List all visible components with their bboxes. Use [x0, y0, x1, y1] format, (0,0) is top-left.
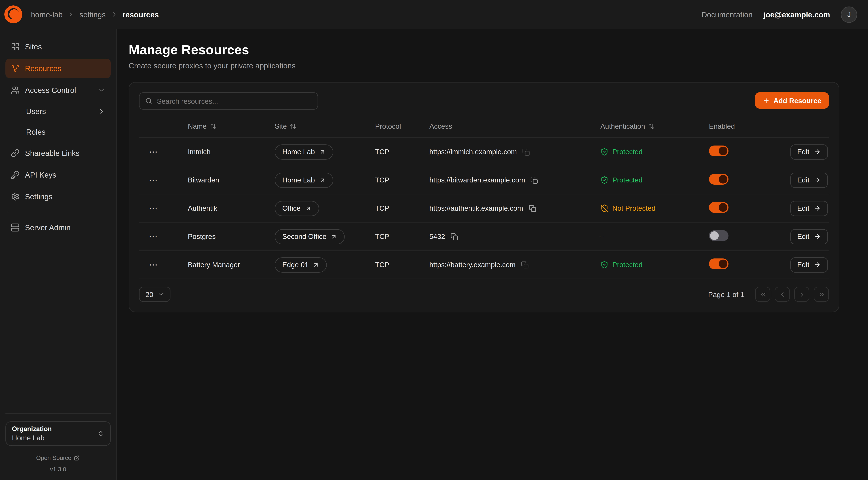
search-icon [145, 97, 153, 105]
sidebar-item-label: Shareable Links [25, 149, 80, 157]
organization-label: Organization [12, 425, 93, 433]
table-toolbar: Add Resource [139, 92, 829, 110]
header-protocol-label: Protocol [375, 122, 401, 130]
prev-page-button[interactable] [775, 287, 790, 302]
breadcrumb-settings[interactable]: settings [80, 10, 106, 19]
chevron-down-icon [98, 86, 105, 94]
sidebar: Sites Resources Access Control Users Rol… [0, 29, 117, 480]
sidebar-item-api-keys[interactable]: API Keys [5, 165, 111, 185]
organization-value: Home Lab [12, 434, 93, 442]
copy-icon [530, 176, 538, 184]
enabled-toggle[interactable] [709, 259, 728, 269]
sidebar-item-label: Access Control [25, 86, 76, 94]
sort-icon [290, 123, 297, 129]
table-row: ⋯ Immich Home Lab TCP https://immich.exa… [139, 138, 829, 166]
pangolin-logo[interactable] [4, 5, 22, 23]
site-link[interactable]: Home Lab [275, 144, 333, 159]
protocol: TCP [375, 148, 429, 156]
header-authentication-sort[interactable]: Authentication [600, 122, 709, 130]
add-resource-button[interactable]: Add Resource [755, 92, 829, 109]
user-email[interactable]: joe@example.com [764, 10, 830, 19]
site-link[interactable]: Office [275, 201, 319, 216]
enabled-toggle[interactable] [709, 146, 728, 156]
arrow-right-icon [814, 233, 821, 240]
documentation-link[interactable]: Documentation [702, 10, 753, 19]
organization-text: Organization Home Lab [12, 425, 93, 442]
organization-selector[interactable]: Organization Home Lab [5, 421, 111, 446]
copy-button[interactable] [530, 176, 538, 184]
copy-button[interactable] [529, 205, 536, 212]
row-menu-button[interactable]: ⋯ [149, 232, 158, 241]
site-link[interactable]: Edge 01 [275, 257, 327, 272]
copy-icon [521, 261, 529, 269]
header-access-label: Access [429, 122, 452, 130]
sidebar-item-server-admin[interactable]: Server Admin [5, 218, 111, 237]
shield-check-icon [600, 176, 609, 184]
edit-button[interactable]: Edit [790, 257, 828, 272]
copy-button[interactable] [521, 261, 529, 269]
chevrons-up-down-icon [97, 430, 104, 437]
header-protocol: Protocol [375, 122, 429, 130]
site-link[interactable]: Home Lab [275, 173, 333, 188]
sidebar-item-label: Server Admin [25, 223, 70, 232]
header-name-sort[interactable]: Name [188, 122, 275, 130]
copy-icon [529, 205, 536, 212]
site-link[interactable]: Second Office [275, 229, 345, 244]
topbar: home-lab settings resources Documentatio… [0, 0, 868, 29]
protocol: TCP [375, 176, 429, 184]
avatar[interactable]: J [841, 6, 857, 23]
pagination-controls: Page 1 of 1 [708, 287, 829, 302]
sidebar-item-users[interactable]: Users [5, 102, 111, 121]
resources-card: Add Resource Name Site Protocol [129, 82, 839, 312]
open-source-link[interactable]: Open Source [5, 454, 111, 461]
enabled-toggle[interactable] [709, 202, 728, 213]
last-page-button[interactable] [814, 287, 829, 302]
sidebar-item-label: Roles [26, 128, 45, 136]
page-subtitle: Create secure proxies to your private ap… [129, 61, 839, 70]
sidebar-item-label: Resources [25, 64, 61, 73]
breadcrumb-org[interactable]: home-lab [31, 10, 63, 19]
enabled-toggle[interactable] [709, 174, 728, 185]
table-header: Name Site Protocol Access Authenticati [139, 115, 829, 138]
first-page-button[interactable] [755, 287, 770, 302]
shield-check-icon [600, 261, 609, 269]
breadcrumb: home-lab settings resources [31, 10, 159, 19]
auth-status-label: Protected [612, 176, 643, 184]
search-input[interactable] [157, 97, 312, 105]
auth-status: Protected [600, 148, 709, 156]
next-page-button[interactable] [794, 287, 809, 302]
edit-button[interactable]: Edit [790, 201, 828, 216]
sidebar-nav: Sites Resources Access Control Users Rol… [5, 37, 111, 239]
site-link-label: Second Office [282, 232, 327, 241]
enabled-toggle[interactable] [709, 230, 728, 241]
chevrons-right-icon [818, 291, 825, 298]
header-site-label: Site [275, 122, 287, 130]
header-site-sort[interactable]: Site [275, 122, 375, 130]
row-menu-button[interactable]: ⋯ [149, 261, 158, 269]
key-icon [11, 171, 20, 179]
auth-status-label: - [600, 232, 603, 241]
sidebar-item-shareable-links[interactable]: Shareable Links [5, 143, 111, 163]
resources-icon [11, 64, 20, 73]
chevron-down-icon [158, 291, 164, 298]
arrow-right-icon [814, 148, 821, 155]
auth-status: - [600, 232, 709, 241]
chevron-left-icon [779, 291, 786, 298]
sidebar-item-label: API Keys [25, 171, 56, 179]
shield-off-icon [600, 204, 609, 212]
edit-button[interactable]: Edit [790, 229, 828, 244]
edit-button[interactable]: Edit [790, 173, 828, 188]
sidebar-item-access-control[interactable]: Access Control [5, 80, 111, 100]
sidebar-item-resources[interactable]: Resources [5, 59, 111, 78]
page-size-select[interactable]: 20 [139, 287, 170, 302]
row-menu-button[interactable]: ⋯ [149, 148, 158, 156]
copy-button[interactable] [451, 233, 458, 240]
row-menu-button[interactable]: ⋯ [149, 176, 158, 184]
row-menu-button[interactable]: ⋯ [149, 204, 158, 213]
sidebar-item-sites[interactable]: Sites [5, 37, 111, 57]
sidebar-item-roles[interactable]: Roles [5, 123, 111, 141]
protocol: TCP [375, 261, 429, 269]
edit-button[interactable]: Edit [790, 144, 828, 159]
sidebar-item-settings[interactable]: Settings [5, 187, 111, 206]
copy-button[interactable] [522, 148, 530, 156]
